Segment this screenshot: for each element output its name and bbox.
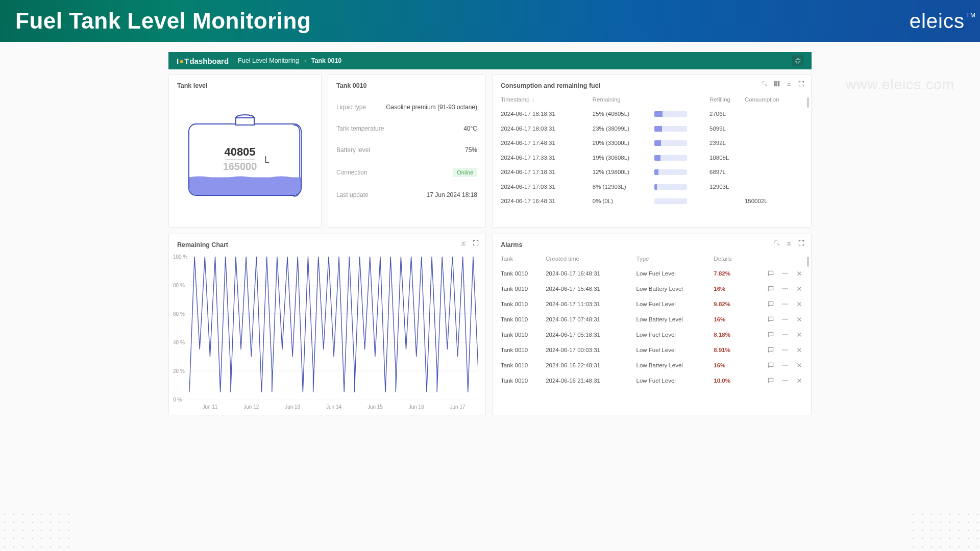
alarms-card: Alarms TankCreated timeTypeDetailsTank 0…	[492, 234, 812, 415]
info-value: 40°C	[463, 125, 477, 132]
more-icon[interactable]	[781, 331, 789, 338]
column-header[interactable]: Details	[714, 254, 743, 266]
svg-point-22	[785, 304, 786, 305]
download-icon[interactable]	[460, 239, 467, 246]
fullscreen-icon[interactable]	[472, 239, 479, 246]
more-icon[interactable]	[781, 285, 789, 292]
column-header[interactable]: Type	[636, 254, 714, 266]
cell-consumption	[745, 136, 803, 150]
column-header[interactable]	[654, 94, 709, 107]
alarm-row[interactable]: Tank 00102024-06-17 11:03:31Low Fuel Lev…	[501, 296, 803, 312]
column-header[interactable]: Created time	[546, 254, 636, 266]
cell-timestamp: 2024-06-17 17:18:31	[501, 165, 593, 179]
info-key: Tank temperature	[336, 125, 384, 132]
svg-point-16	[785, 273, 786, 274]
cell-type: Low Fuel Level	[636, 296, 714, 312]
alarm-row[interactable]: Tank 00102024-06-16 21:48:31Low Fuel Lev…	[501, 373, 803, 388]
svg-point-27	[782, 334, 783, 335]
x-tick-label: Jun 17	[450, 404, 465, 410]
cell-progress	[654, 136, 709, 150]
column-header[interactable]: Refilling	[709, 94, 745, 107]
comment-icon[interactable]	[767, 331, 774, 338]
close-icon[interactable]	[796, 362, 803, 369]
fullscreen-icon[interactable]	[798, 239, 805, 246]
tank-level-card: Tank level	[168, 74, 322, 228]
column-header[interactable]: Remaining	[593, 94, 655, 107]
cell-remaining: 23% (38099L)	[593, 121, 655, 135]
card-title: Remaining Chart	[177, 241, 477, 248]
cell-time: 2024-06-16 21:48:31	[546, 373, 636, 388]
table-row[interactable]: 2024-06-17 16:48:310% (0L)150002L	[501, 194, 803, 208]
download-icon[interactable]	[786, 80, 793, 87]
card-title: Tank level	[177, 82, 313, 89]
breadcrumb-parent[interactable]: Fuel Level Monitoring	[238, 57, 299, 64]
alarm-row[interactable]: Tank 00102024-06-17 05:18:31Low Fuel Lev…	[501, 327, 803, 342]
more-icon[interactable]	[781, 377, 789, 384]
alarm-row[interactable]: Tank 00102024-06-16 22:48:31Low Battery …	[501, 358, 803, 373]
svg-text:40805: 40805	[224, 145, 255, 158]
close-icon[interactable]	[796, 270, 803, 277]
comment-icon[interactable]	[767, 285, 774, 292]
cell-consumption	[745, 121, 803, 135]
y-tick-label: 20 %	[173, 368, 185, 374]
table-row[interactable]: 2024-06-17 18:18:3125% (40805L)2706L	[501, 107, 803, 121]
svg-point-29	[787, 334, 788, 335]
columns-icon[interactable]	[773, 80, 780, 87]
search-icon[interactable]	[761, 80, 768, 87]
cell-timestamp: 2024-06-17 17:33:31	[501, 150, 593, 164]
download-icon[interactable]	[786, 239, 793, 246]
svg-point-25	[785, 319, 786, 320]
column-header[interactable]: Consumption	[745, 94, 803, 107]
more-icon[interactable]	[781, 362, 789, 369]
svg-point-28	[785, 334, 786, 335]
svg-point-18	[782, 288, 783, 289]
svg-point-38	[787, 380, 788, 381]
svg-point-19	[785, 288, 786, 289]
close-icon[interactable]	[796, 285, 803, 292]
table-row[interactable]: 2024-06-17 17:18:3112% (19800L)6897L	[501, 165, 803, 179]
info-key: Connection	[336, 169, 368, 176]
svg-point-35	[787, 365, 788, 366]
more-icon[interactable]	[781, 300, 789, 308]
table-row[interactable]: 2024-06-17 17:48:3120% (33000L)2392L	[501, 136, 803, 150]
alarm-row[interactable]: Tank 00102024-06-17 00:03:31Low Fuel Lev…	[501, 342, 803, 358]
close-icon[interactable]	[796, 377, 803, 384]
cell-tank: Tank 0010	[501, 281, 546, 296]
info-row: Battery level75%	[336, 146, 477, 154]
comment-icon[interactable]	[767, 270, 774, 277]
close-icon[interactable]	[796, 331, 803, 338]
svg-rect-2	[236, 118, 254, 125]
comment-icon[interactable]	[767, 316, 774, 323]
comment-icon[interactable]	[767, 346, 774, 354]
close-icon[interactable]	[796, 300, 803, 308]
decorative-dots	[0, 510, 71, 551]
more-icon[interactable]	[781, 316, 789, 323]
scrollbar-thumb[interactable]	[807, 257, 809, 267]
decorative-dots	[909, 510, 980, 551]
comment-icon[interactable]	[767, 300, 774, 308]
cell-remaining: 8% (12903L)	[593, 179, 655, 193]
table-row[interactable]: 2024-06-17 17:03:318% (12903L)12903L	[501, 179, 803, 193]
chevron-right-icon: ›	[304, 57, 306, 64]
alarm-row[interactable]: Tank 00102024-06-17 15:48:31Low Battery …	[501, 281, 803, 296]
cell-timestamp: 2024-06-17 18:03:31	[501, 121, 593, 135]
search-icon[interactable]	[773, 239, 780, 246]
alarm-row[interactable]: Tank 00102024-06-17 16:48:31Low Fuel Lev…	[501, 266, 803, 281]
comment-icon[interactable]	[767, 362, 774, 369]
table-row[interactable]: 2024-06-17 17:33:3119% (30608L)10808L	[501, 150, 803, 164]
more-icon[interactable]	[781, 346, 789, 354]
column-header[interactable]: Tank	[501, 254, 546, 266]
column-header[interactable]: Timestamp	[501, 94, 593, 107]
fullscreen-icon[interactable]	[798, 80, 805, 87]
cell-tank: Tank 0010	[501, 296, 546, 312]
close-icon[interactable]	[796, 346, 803, 354]
close-icon[interactable]	[796, 316, 803, 323]
cell-remaining: 25% (40805L)	[593, 107, 655, 121]
more-icon[interactable]	[781, 270, 789, 277]
table-row[interactable]: 2024-06-17 18:03:3123% (38099L)5099L	[501, 121, 803, 135]
alarm-row[interactable]: Tank 00102024-06-17 07:48:31Low Battery …	[501, 312, 803, 327]
comment-icon[interactable]	[767, 377, 774, 384]
info-row: Last update17 Jun 2024 18:18	[336, 191, 477, 198]
collapse-icon[interactable]	[792, 55, 803, 66]
scrollbar-thumb[interactable]	[807, 97, 809, 108]
